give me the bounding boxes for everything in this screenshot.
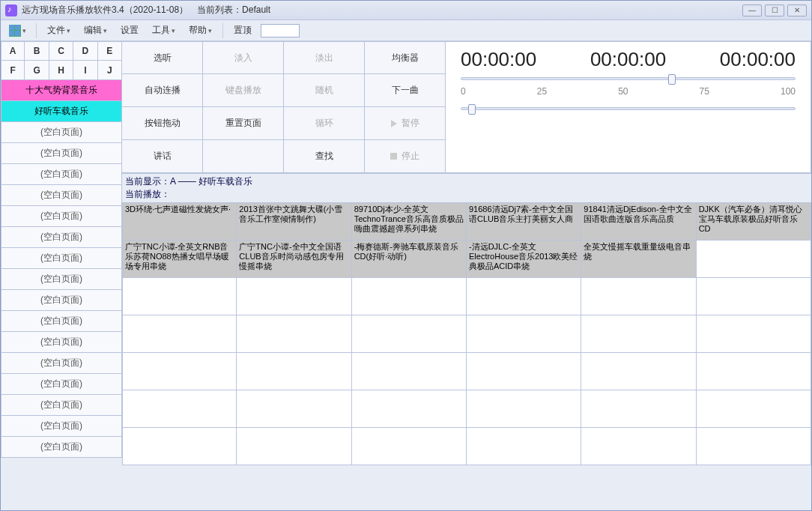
minimize-button[interactable]: — <box>742 4 762 16</box>
category-item-10[interactable]: (空白页面) <box>1 290 122 311</box>
track-cell-4[interactable]: 91841清远DjEdison-全中文全国语歌曲连版音乐高品质 <box>581 203 696 241</box>
category-item-3[interactable]: (空白页面) <box>1 143 122 164</box>
letter-e[interactable]: E <box>98 41 122 61</box>
track-cell-23[interactable] <box>697 315 811 353</box>
track-cell-1[interactable]: 2013首张中文跳舞大碟(小雪音乐工作室倾情制作) <box>237 203 351 241</box>
control-1[interactable]: 淡入 <box>203 41 284 74</box>
category-item-6[interactable]: (空白页面) <box>1 206 122 227</box>
track-cell-39[interactable] <box>467 428 581 465</box>
close-button[interactable]: ✕ <box>787 4 807 16</box>
category-item-1[interactable]: 好听车载音乐 <box>1 101 122 122</box>
track-cell-38[interactable] <box>352 428 467 465</box>
track-cell-16[interactable] <box>581 278 696 315</box>
menu-help[interactable]: 帮助▾ <box>183 22 218 39</box>
category-item-5[interactable]: (空白页面) <box>1 185 122 206</box>
control-3[interactable]: 均衡器 <box>365 41 446 74</box>
maximize-button[interactable]: ☐ <box>765 4 784 16</box>
track-cell-8[interactable]: -梅赛德斯-奔驰车载原装音乐CD(好听·动听) <box>352 241 467 278</box>
control-13[interactable] <box>203 140 284 173</box>
track-cell-7[interactable]: 广宁TNC小谭-全中文全国语CLUB音乐时尚动感包房专用慢摇串烧 <box>237 241 351 278</box>
track-cell-33[interactable] <box>467 390 581 428</box>
menu-edit[interactable]: 编辑▾ <box>78 22 113 39</box>
control-4[interactable]: 自动连播 <box>122 74 203 107</box>
control-8[interactable]: 按钮拖动 <box>122 107 203 140</box>
track-cell-21[interactable] <box>467 315 581 353</box>
letter-h[interactable]: H <box>49 61 73 80</box>
control-10[interactable]: 循环 <box>284 107 365 140</box>
track-cell-30[interactable] <box>122 390 237 428</box>
track-cell-11[interactable] <box>697 241 811 278</box>
category-item-7[interactable]: (空白页面) <box>1 227 122 248</box>
view-mode-button[interactable]: ▾ <box>4 22 31 39</box>
letter-d[interactable]: D <box>73 41 97 61</box>
track-cell-3[interactable]: 91686清远Dj7索-全中文全国语CLUB音乐主打美丽女人商 <box>467 203 581 241</box>
control-11[interactable]: 暂停 <box>365 107 446 140</box>
track-cell-26[interactable] <box>352 353 467 390</box>
track-cell-5[interactable]: DJKK（汽车必备）清耳悦心宝马车载原装极品好听音乐CD <box>697 203 811 241</box>
track-cell-17[interactable] <box>697 278 811 315</box>
track-cell-10[interactable]: 全英文慢摇车载重量级电音串烧 <box>581 241 696 278</box>
menu-tools[interactable]: 工具▾ <box>146 22 181 39</box>
track-cell-37[interactable] <box>237 428 351 465</box>
category-item-12[interactable]: (空白页面) <box>1 332 122 353</box>
track-cell-19[interactable] <box>237 315 351 353</box>
volume-slider[interactable] <box>461 107 796 110</box>
letter-b[interactable]: B <box>25 41 49 61</box>
track-cell-29[interactable] <box>697 353 811 390</box>
track-cell-34[interactable] <box>581 390 696 428</box>
progress-slider[interactable] <box>461 77 796 80</box>
control-7[interactable]: 下一曲 <box>365 74 446 107</box>
track-cell-36[interactable] <box>122 428 237 465</box>
category-item-2[interactable]: (空白页面) <box>1 122 122 143</box>
category-item-14[interactable]: (空白页面) <box>1 374 122 395</box>
track-cell-12[interactable] <box>122 278 237 315</box>
control-12[interactable]: 讲话 <box>122 140 203 173</box>
track-cell-14[interactable] <box>352 278 467 315</box>
track-cell-13[interactable] <box>237 278 351 315</box>
track-cell-28[interactable] <box>581 353 696 390</box>
category-item-13[interactable]: (空白页面) <box>1 353 122 374</box>
category-item-11[interactable]: (空白页面) <box>1 311 122 332</box>
track-cell-15[interactable] <box>467 278 581 315</box>
control-2[interactable]: 淡出 <box>284 41 365 74</box>
track-cell-31[interactable] <box>237 390 351 428</box>
control-5[interactable]: 键盘播放 <box>203 74 284 107</box>
category-item-8[interactable]: (空白页面) <box>1 248 122 269</box>
control-0[interactable]: 选听 <box>122 41 203 74</box>
category-item-17[interactable]: (空白页面) <box>1 437 122 458</box>
track-cell-2[interactable]: 89710Dj本少-全英文TechnoTrance音乐高音质极品嗨曲震撼超弹系列… <box>352 203 467 241</box>
category-item-0[interactable]: 十大气势背景音乐 <box>1 80 122 101</box>
progress-thumb[interactable] <box>668 74 676 85</box>
letter-j[interactable]: J <box>98 61 122 80</box>
track-cell-24[interactable] <box>122 353 237 390</box>
track-cell-27[interactable] <box>467 353 581 390</box>
letter-a[interactable]: A <box>1 41 25 61</box>
control-15[interactable]: 停止 <box>365 140 446 173</box>
letter-c[interactable]: C <box>49 41 73 61</box>
placement-input[interactable] <box>261 24 300 37</box>
track-cell-41[interactable] <box>697 428 811 465</box>
volume-thumb[interactable] <box>468 104 476 115</box>
track-cell-0[interactable]: 3D环绕·七声道磁性发烧女声· <box>122 203 237 241</box>
category-item-16[interactable]: (空白页面) <box>1 416 122 437</box>
track-cell-32[interactable] <box>352 390 467 428</box>
track-cell-25[interactable] <box>237 353 351 390</box>
control-6[interactable]: 随机 <box>284 74 365 107</box>
control-9[interactable]: 重置页面 <box>203 107 284 140</box>
menu-file[interactable]: 文件▾ <box>41 22 76 39</box>
track-cell-40[interactable] <box>581 428 696 465</box>
letter-f[interactable]: F <box>1 61 25 80</box>
category-item-9[interactable]: (空白页面) <box>1 269 122 290</box>
track-cell-6[interactable]: 广宁TNC小谭-全英文RNB音乐苏荷NO88热播女唱早场暖场专用串烧 <box>122 241 237 278</box>
control-14[interactable]: 查找 <box>284 140 365 173</box>
menu-settings[interactable]: 设置 <box>115 22 145 39</box>
track-cell-22[interactable] <box>581 315 696 353</box>
category-item-4[interactable]: (空白页面) <box>1 164 122 185</box>
track-cell-35[interactable] <box>697 390 811 428</box>
letter-g[interactable]: G <box>25 61 49 80</box>
track-cell-9[interactable]: -清远DJLC-全英文ElectroHouse音乐2013欧美经典极品ACID串… <box>467 241 581 278</box>
track-cell-20[interactable] <box>352 315 467 353</box>
category-item-15[interactable]: (空白页面) <box>1 395 122 416</box>
track-cell-18[interactable] <box>122 315 237 353</box>
letter-i[interactable]: I <box>73 61 97 80</box>
